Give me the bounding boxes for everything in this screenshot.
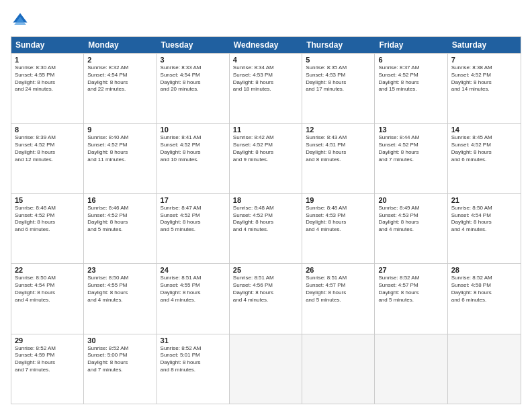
cell-info: Sunrise: 8:40 AMSunset: 4:52 PMDaylight:…: [87, 134, 152, 163]
day-number: 25: [233, 266, 298, 274]
day-number: 9: [87, 126, 152, 134]
cell-info: Sunrise: 8:52 AMSunset: 5:00 PMDaylight:…: [87, 345, 152, 374]
cal-cell: [448, 334, 521, 404]
header: [11, 11, 521, 30]
day-header-tuesday: Tuesday: [157, 37, 230, 53]
day-number: 28: [451, 266, 517, 274]
day-number: 27: [378, 266, 443, 274]
cell-info: Sunrise: 8:52 AMSunset: 4:58 PMDaylight:…: [451, 275, 517, 304]
day-number: 3: [161, 56, 226, 64]
day-header-thursday: Thursday: [302, 37, 375, 53]
week-row-3: 15Sunrise: 8:46 AMSunset: 4:52 PMDayligh…: [11, 193, 521, 263]
day-number: 5: [306, 56, 371, 64]
day-number: 17: [161, 196, 226, 204]
cell-info: Sunrise: 8:35 AMSunset: 4:53 PMDaylight:…: [306, 64, 371, 93]
day-number: 4: [233, 56, 298, 64]
cell-info: Sunrise: 8:42 AMSunset: 4:52 PMDaylight:…: [233, 134, 298, 163]
cell-info: Sunrise: 8:41 AMSunset: 4:52 PMDaylight:…: [161, 134, 226, 163]
cell-info: Sunrise: 8:43 AMSunset: 4:51 PMDaylight:…: [306, 134, 371, 163]
cell-info: Sunrise: 8:51 AMSunset: 4:56 PMDaylight:…: [233, 275, 298, 304]
day-number: 6: [378, 56, 443, 64]
cal-cell: 28Sunrise: 8:52 AMSunset: 4:58 PMDayligh…: [448, 264, 521, 333]
page: SundayMondayTuesdayWednesdayThursdayFrid…: [0, 0, 532, 411]
cell-info: Sunrise: 8:50 AMSunset: 4:54 PMDaylight:…: [451, 205, 517, 234]
cal-cell: 19Sunrise: 8:48 AMSunset: 4:53 PMDayligh…: [302, 194, 375, 263]
day-number: 26: [306, 266, 371, 274]
day-header-friday: Friday: [375, 37, 447, 53]
cal-cell: 26Sunrise: 8:51 AMSunset: 4:57 PMDayligh…: [302, 264, 375, 333]
day-number: 10: [161, 126, 226, 134]
day-number: 31: [161, 336, 226, 345]
day-number: 2: [87, 56, 152, 64]
cell-info: Sunrise: 8:47 AMSunset: 4:52 PMDaylight:…: [161, 205, 226, 234]
day-header-saturday: Saturday: [448, 37, 521, 53]
day-number: 19: [306, 196, 371, 204]
day-number: 23: [87, 266, 152, 274]
cell-info: Sunrise: 8:50 AMSunset: 4:54 PMDaylight:…: [15, 275, 80, 304]
cell-info: Sunrise: 8:50 AMSunset: 4:55 PMDaylight:…: [87, 275, 152, 304]
cal-cell: 4Sunrise: 8:34 AMSunset: 4:53 PMDaylight…: [230, 54, 302, 123]
cal-cell: 25Sunrise: 8:51 AMSunset: 4:56 PMDayligh…: [230, 264, 302, 333]
day-number: 24: [161, 266, 226, 274]
logo: [11, 11, 32, 30]
week-row-2: 8Sunrise: 8:39 AMSunset: 4:52 PMDaylight…: [11, 123, 521, 193]
cell-info: Sunrise: 8:51 AMSunset: 4:55 PMDaylight:…: [161, 275, 226, 304]
cal-cell: 1Sunrise: 8:30 AMSunset: 4:55 PMDaylight…: [11, 54, 84, 123]
cal-cell: 9Sunrise: 8:40 AMSunset: 4:52 PMDaylight…: [84, 124, 157, 193]
cell-info: Sunrise: 8:33 AMSunset: 4:54 PMDaylight:…: [161, 64, 226, 93]
day-number: 1: [15, 56, 80, 64]
cal-cell: 31Sunrise: 8:52 AMSunset: 5:01 PMDayligh…: [157, 334, 230, 404]
cal-cell: 16Sunrise: 8:46 AMSunset: 4:52 PMDayligh…: [84, 194, 157, 263]
cell-info: Sunrise: 8:52 AMSunset: 4:57 PMDaylight:…: [378, 275, 443, 304]
cell-info: Sunrise: 8:46 AMSunset: 4:52 PMDaylight:…: [87, 205, 152, 234]
cal-cell: 29Sunrise: 8:52 AMSunset: 4:59 PMDayligh…: [11, 334, 84, 404]
day-number: 21: [451, 196, 517, 204]
cal-cell: 24Sunrise: 8:51 AMSunset: 4:55 PMDayligh…: [157, 264, 230, 333]
day-number: 16: [87, 196, 152, 204]
cal-cell: 23Sunrise: 8:50 AMSunset: 4:55 PMDayligh…: [84, 264, 157, 333]
day-number: 11: [233, 126, 298, 134]
day-number: 8: [15, 126, 80, 134]
cell-info: Sunrise: 8:48 AMSunset: 4:53 PMDaylight:…: [306, 205, 371, 234]
week-row-1: 1Sunrise: 8:30 AMSunset: 4:55 PMDaylight…: [11, 53, 521, 123]
day-number: 29: [15, 336, 80, 345]
cell-info: Sunrise: 8:46 AMSunset: 4:52 PMDaylight:…: [15, 205, 80, 234]
cell-info: Sunrise: 8:39 AMSunset: 4:52 PMDaylight:…: [15, 134, 80, 163]
day-number: 20: [378, 196, 443, 204]
cal-cell: 7Sunrise: 8:38 AMSunset: 4:52 PMDaylight…: [448, 54, 521, 123]
cell-info: Sunrise: 8:45 AMSunset: 4:52 PMDaylight:…: [451, 134, 517, 163]
day-number: 7: [451, 56, 517, 64]
cal-cell: 15Sunrise: 8:46 AMSunset: 4:52 PMDayligh…: [11, 194, 84, 263]
day-number: 22: [15, 266, 80, 274]
cell-info: Sunrise: 8:30 AMSunset: 4:55 PMDaylight:…: [15, 64, 80, 93]
cal-cell: 27Sunrise: 8:52 AMSunset: 4:57 PMDayligh…: [375, 264, 447, 333]
day-number: 30: [87, 336, 152, 345]
calendar-body: 1Sunrise: 8:30 AMSunset: 4:55 PMDaylight…: [11, 53, 521, 404]
cal-cell: 14Sunrise: 8:45 AMSunset: 4:52 PMDayligh…: [448, 124, 521, 193]
cal-cell: [375, 334, 447, 404]
cell-info: Sunrise: 8:34 AMSunset: 4:53 PMDaylight:…: [233, 64, 298, 93]
cal-cell: 13Sunrise: 8:44 AMSunset: 4:52 PMDayligh…: [375, 124, 447, 193]
day-number: 14: [451, 126, 517, 134]
cell-info: Sunrise: 8:44 AMSunset: 4:52 PMDaylight:…: [378, 134, 443, 163]
calendar-header: SundayMondayTuesdayWednesdayThursdayFrid…: [11, 37, 521, 53]
cal-cell: 10Sunrise: 8:41 AMSunset: 4:52 PMDayligh…: [157, 124, 230, 193]
cal-cell: 20Sunrise: 8:49 AMSunset: 4:53 PMDayligh…: [375, 194, 447, 263]
day-header-wednesday: Wednesday: [230, 37, 302, 53]
cell-info: Sunrise: 8:52 AMSunset: 4:59 PMDaylight:…: [15, 345, 80, 374]
cell-info: Sunrise: 8:51 AMSunset: 4:57 PMDaylight:…: [306, 275, 371, 304]
week-row-4: 22Sunrise: 8:50 AMSunset: 4:54 PMDayligh…: [11, 263, 521, 333]
cal-cell: 3Sunrise: 8:33 AMSunset: 4:54 PMDaylight…: [157, 54, 230, 123]
cal-cell: 22Sunrise: 8:50 AMSunset: 4:54 PMDayligh…: [11, 264, 84, 333]
cal-cell: 18Sunrise: 8:48 AMSunset: 4:52 PMDayligh…: [230, 194, 302, 263]
cal-cell: [230, 334, 302, 404]
week-row-5: 29Sunrise: 8:52 AMSunset: 4:59 PMDayligh…: [11, 334, 521, 404]
cal-cell: 8Sunrise: 8:39 AMSunset: 4:52 PMDaylight…: [11, 124, 84, 193]
cell-info: Sunrise: 8:49 AMSunset: 4:53 PMDaylight:…: [378, 205, 443, 234]
day-header-sunday: Sunday: [11, 37, 84, 53]
cal-cell: [302, 334, 375, 404]
cal-cell: 11Sunrise: 8:42 AMSunset: 4:52 PMDayligh…: [230, 124, 302, 193]
day-header-monday: Monday: [84, 37, 157, 53]
cell-info: Sunrise: 8:37 AMSunset: 4:52 PMDaylight:…: [378, 64, 443, 93]
day-number: 12: [306, 126, 371, 134]
